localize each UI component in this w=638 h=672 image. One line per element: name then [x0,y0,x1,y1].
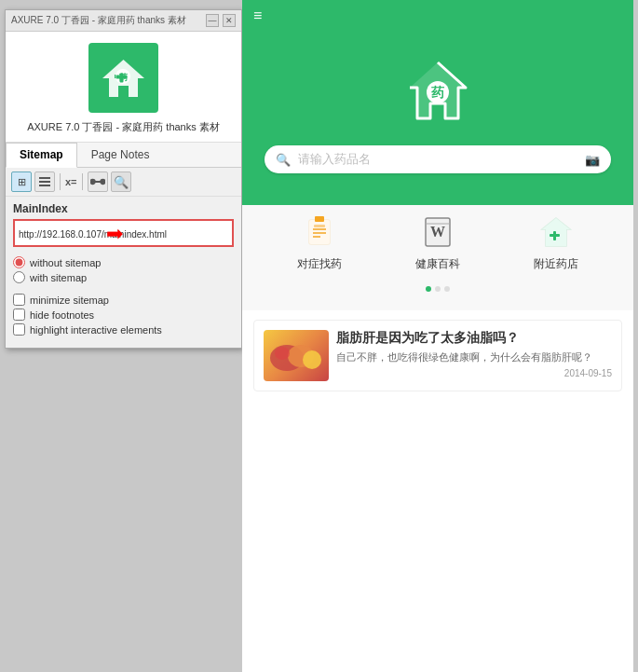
symptom-icon-svg [302,214,337,250]
article-content: 脂肪肝是因为吃了太多油脂吗？ 自己不胖，也吃得很绿色健康啊，为什么会有脂肪肝呢？… [336,330,612,381]
menu-cards-section: 对症找药 W 健康百科 [242,205,633,310]
svg-rect-7 [39,177,50,179]
clipboard-icon [299,212,340,253]
svg-point-36 [275,347,290,360]
window-title: AXURE 7.0 丁香园 - 家庭用药 thanks 素材 [11,14,186,27]
article-title: 脂肪肝是因为吃了太多油脂吗？ [336,330,612,347]
svg-rect-25 [314,225,325,227]
tab-bar: Sitemap Page Notes [6,143,241,168]
grid-view-button[interactable]: ⊞ [11,171,32,192]
article-description: 自己不胖，也吃得很绿色健康啊，为什么会有脂肪肝呢？ [336,350,612,364]
article-card[interactable]: 脂肪肝是因为吃了太多油脂吗？ 自己不胖，也吃得很绿色健康啊，为什么会有脂肪肝呢？… [253,320,622,391]
carousel-dots [251,286,624,292]
toolbar: ⊞ x= 🔍 [6,168,241,197]
mobile-logo-area: 药 [242,32,633,162]
svg-rect-20 [309,220,330,244]
menu-card-symptom-label: 对症找药 [297,256,342,272]
radio-with-sitemap-input[interactable] [13,271,25,283]
link-icon [90,176,105,187]
search-icon: 🔍 [276,153,291,167]
svg-text:药: 药 [119,73,129,82]
radio-without-sitemap[interactable]: without sitemap [13,256,234,268]
tab-page-notes[interactable]: Page Notes [77,143,164,167]
search-button[interactable]: 🔍 [111,171,131,192]
link-button[interactable] [88,171,108,192]
axure-window: AXURE 7.0 丁香园 - 家庭用药 thanks 素材 — ✕ 药 AXU… [5,9,242,349]
svg-rect-15 [94,181,102,183]
radio-with-sitemap[interactable]: with sitemap [13,271,234,283]
checkbox-minimize-sitemap[interactable]: minimize sitemap [13,294,234,306]
svg-rect-32 [550,234,560,237]
app-title: AXURE 7.0 丁香园 - 家庭用药 thanks 素材 [27,120,220,134]
checkbox-highlight-input[interactable] [13,323,25,336]
toolbar-separator-2 [82,173,83,190]
svg-rect-8 [39,181,50,183]
menu-card-encyclopedia-label: 健康百科 [415,256,460,272]
pharmacy-icon [536,212,577,253]
checkbox-minimize-label: minimize sitemap [30,295,109,306]
list-view-button[interactable] [34,171,55,192]
dot-1 [426,286,431,292]
encyclopedia-icon: W [417,212,458,253]
radio-with-sitemap-label: with sitemap [30,272,87,283]
menu-card-pharmacy-label: 附近药店 [534,256,578,272]
tab-sitemap[interactable]: Sitemap [6,143,77,168]
hamburger-icon[interactable]: ≡ [253,7,262,24]
checkbox-highlight-interactive[interactable]: highlight interactive elements [13,323,234,336]
x-equals-label: x= [65,176,77,187]
app-header: 药 AXURE 7.0 丁香园 - 家庭用药 thanks 素材 [6,32,241,143]
article-date: 2014-09-15 [336,368,612,378]
mobile-logo: 药 [396,50,480,134]
sitemap-section: MainIndex without sitemap with sitemap m… [6,197,241,348]
menu-card-pharmacy[interactable]: 附近药店 [496,212,615,272]
search-placeholder: 请输入药品名 [298,151,577,168]
title-bar: AXURE 7.0 丁香园 - 家庭用药 thanks 素材 — ✕ [6,10,241,32]
svg-rect-9 [39,185,50,186]
checkbox-hide-footnotes-label: hide footnotes [30,309,94,321]
radio-without-sitemap-input[interactable] [13,256,25,268]
radio-without-sitemap-label: without sitemap [30,257,101,268]
dot-3 [444,286,450,292]
menu-card-encyclopedia[interactable]: W 健康百科 [379,212,497,272]
article-image [264,330,329,381]
checkbox-minimize-sitemap-input[interactable] [13,294,25,306]
mobile-preview-panel: ≡ 药 🔍 请输入药品名 📷 [242,0,633,672]
checkbox-hide-footnotes-input[interactable] [13,309,25,321]
pharmacy-icon-svg [538,214,574,250]
menu-cards: 对症找药 W 健康百科 [251,212,624,286]
list-icon [39,176,50,187]
mobile-logo-svg: 药 [400,55,475,130]
url-input-box [13,219,234,247]
encyclopedia-icon-svg: W [420,214,455,250]
svg-text:W: W [430,224,445,240]
svg-text:药: 药 [431,85,445,100]
mobile-header: ≡ 药 [242,0,633,162]
article-img-svg [264,330,329,381]
checkbox-hide-footnotes[interactable]: hide footnotes [13,309,234,321]
minimize-button[interactable]: — [206,14,219,27]
radio-group: without sitemap with sitemap [13,253,234,290]
svg-rect-21 [315,216,324,222]
checkbox-group: minimize sitemap hide footnotes highligh… [13,290,234,342]
sitemap-main-label: MainIndex [13,202,234,215]
menu-card-symptom[interactable]: 对症找药 [261,212,379,272]
url-input[interactable] [19,229,228,240]
window-controls: — ✕ [206,14,236,27]
toolbar-separator [60,173,61,190]
app-logo: 药 [88,43,158,113]
dot-2 [435,286,441,292]
checkbox-highlight-label: highlight interactive elements [30,324,162,336]
mobile-menu-bar: ≡ [242,0,633,32]
svg-point-35 [303,350,321,369]
camera-icon: 📷 [585,153,600,167]
search-bar-container: 🔍 请输入药品名 📷 [242,162,633,205]
article-section: 脂肪肝是因为吃了太多油脂吗？ 自己不胖，也吃得很绿色健康啊，为什么会有脂肪肝呢？… [242,310,633,401]
logo-svg: 药 [98,52,149,103]
close-button[interactable]: ✕ [223,14,236,27]
search-bar[interactable]: 🔍 请输入药品名 📷 [265,145,611,173]
